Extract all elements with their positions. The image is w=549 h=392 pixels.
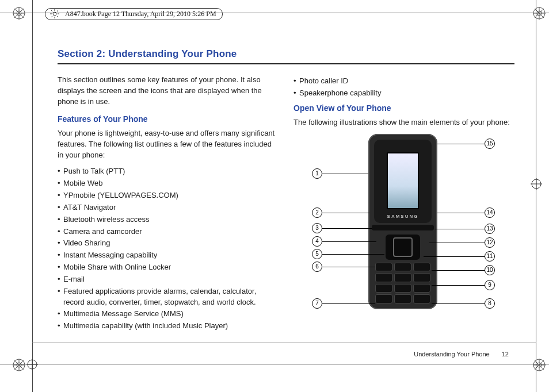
crop-rail-bottom [0,364,549,364]
list-item: Featured applications provide alarms, ca… [58,286,279,308]
column-left: This section outlines some key features … [58,75,279,333]
list-item: Speakerphone capability [293,88,514,99]
corner-ornament-icon [533,7,546,20]
list-item: Mobile Share with Online Locker [58,262,279,273]
section-intro: This section outlines some key features … [58,75,279,107]
phone-navpad [386,235,420,260]
features-heading: Features of Your Phone [58,113,279,125]
register-mark-icon [531,178,542,190]
list-item: Multimedia capability (with included Mus… [58,321,279,332]
crop-rail-left [32,0,33,392]
list-item: Photo caller ID [293,76,514,87]
features-list-continued: Photo caller ID Speakerphone capability [293,76,514,99]
svg-line-37 [57,10,58,11]
callout-4: 4 [312,236,322,247]
corner-ornament-icon [13,359,25,371]
list-item: Camera and camcorder [58,226,279,237]
list-item: E-mail [58,274,279,285]
svg-line-38 [51,16,52,17]
list-item: Bluetooth wireless access [58,214,279,225]
two-column-layout: This section outlines some key features … [58,75,514,333]
running-header: A847.book Page 12 Thursday, April 29, 20… [45,8,223,20]
footer-label: Understanding Your Phone [414,351,490,358]
callout-3: 3 [312,223,322,233]
openview-heading: Open View of Your Phone [293,102,514,114]
svg-line-35 [51,10,52,11]
crop-rail-right [536,0,536,392]
running-header-text: A847.book Page 12 Thursday, April 29, 20… [65,10,216,18]
list-item: Multimedia Message Service (MMS) [58,309,279,320]
svg-point-30 [53,12,56,16]
callout-14: 14 [485,207,495,218]
phone-diagram: SAMSUNG 1 2 3 4 [300,134,508,315]
callout-13: 13 [485,224,495,234]
list-item: YPmobile (YELLOWPAGES.COM) [58,190,279,201]
corner-ornament-icon [533,359,546,371]
section-title: Section 2: Understanding Your Phone [58,48,514,64]
phone-screen [387,152,419,209]
callout-10: 10 [485,265,495,275]
callout-12: 12 [485,237,495,248]
svg-line-36 [57,16,58,17]
features-intro: Your phone is lightweight, easy-to-use a… [58,128,279,161]
openview-intro: The following illustrations show the mai… [293,117,514,128]
callout-2: 2 [312,207,322,218]
phone-keypad [375,263,430,303]
callout-11: 11 [485,251,495,262]
list-item: Instant Messaging capability [58,250,279,261]
list-item: Push to Talk (PTT) [58,166,279,177]
corner-ornament-icon [13,7,25,20]
list-item: Mobile Web [58,178,279,189]
list-item: Video Sharing [58,238,279,249]
callout-5: 5 [312,249,322,259]
callout-7: 7 [312,298,322,309]
column-right: Photo caller ID Speakerphone capability … [293,75,514,333]
callout-6: 6 [312,262,322,272]
page-body: Section 2: Understanding Your Phone This… [58,48,514,352]
features-list: Push to Talk (PTT) Mobile Web YPmobile (… [58,166,279,332]
callout-9: 9 [485,280,495,290]
phone-illustration: SAMSUNG [368,134,437,309]
callout-1: 1 [312,168,322,179]
footer-page-number: 12 [502,351,509,358]
page-footer: Understanding Your Phone 12 [414,351,509,358]
list-item: AT&T Navigator [58,202,279,213]
framemaker-icon [50,9,59,21]
callout-8: 8 [485,298,495,309]
callout-15: 15 [485,139,495,149]
register-mark-icon [26,359,38,370]
phone-brand-label: SAMSUNG [374,213,432,220]
